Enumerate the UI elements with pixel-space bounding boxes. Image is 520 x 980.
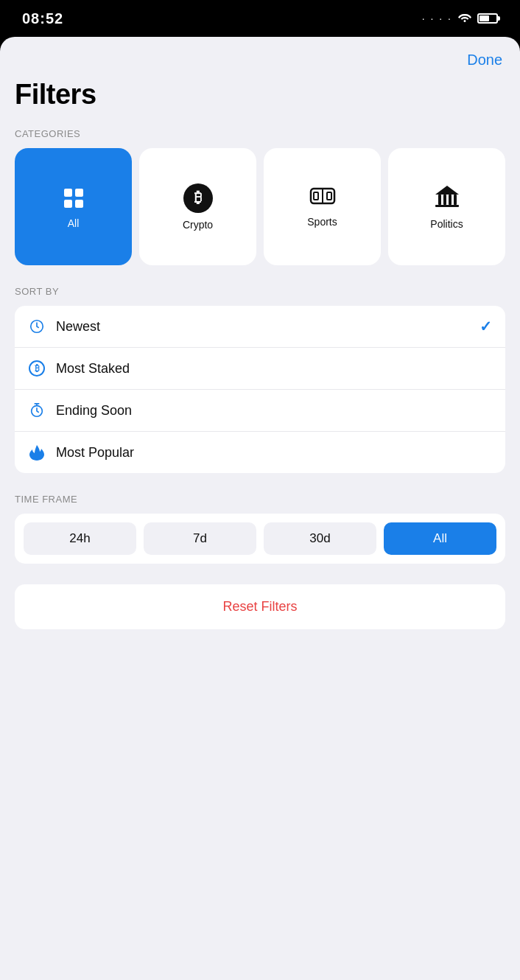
svg-rect-7 — [327, 192, 331, 200]
sort-ending-soon-label: Ending Soon — [56, 403, 492, 419]
done-button[interactable]: Done — [464, 49, 505, 71]
svg-rect-12 — [454, 195, 457, 205]
category-crypto[interactable]: ₿ Crypto — [139, 148, 256, 265]
fire-icon — [28, 444, 46, 461]
svg-rect-6 — [314, 192, 318, 200]
svg-rect-3 — [75, 200, 83, 208]
svg-rect-2 — [64, 200, 72, 208]
timeframe-24h[interactable]: 24h — [24, 522, 136, 555]
all-icon — [60, 185, 87, 211]
sort-most-popular[interactable]: Most Popular — [15, 432, 505, 473]
sports-icon — [309, 186, 336, 210]
timeframe-label: TIME FRAME — [15, 494, 505, 505]
category-politics[interactable]: Politics — [388, 148, 505, 265]
sort-most-staked[interactable]: ₿ Most Staked — [15, 348, 505, 390]
status-time: 08:52 — [22, 10, 63, 27]
sort-ending-soon[interactable]: Ending Soon — [15, 390, 505, 432]
sort-most-popular-label: Most Popular — [56, 445, 492, 461]
svg-rect-0 — [64, 189, 72, 197]
timer-icon — [28, 402, 46, 419]
svg-rect-10 — [443, 195, 446, 205]
timeframe-all[interactable]: All — [384, 522, 496, 555]
bitcoin-circle-icon: ₿ — [28, 360, 46, 377]
sort-newest-check: ✓ — [479, 318, 492, 335]
timeframe-section: TIME FRAME 24h 7d 30d All — [15, 494, 505, 564]
category-sports-label: Sports — [307, 216, 337, 228]
reset-filters-label: Reset Filters — [222, 599, 297, 615]
clock-icon — [28, 318, 46, 335]
sort-most-staked-label: Most Staked — [56, 361, 492, 377]
signal-dots-icon: · · · · — [422, 13, 452, 24]
politics-icon — [434, 184, 460, 212]
svg-rect-9 — [438, 195, 441, 205]
sort-newest-label: Newest — [56, 319, 469, 335]
categories-row: All ₿ Crypto Sports — [15, 148, 505, 265]
category-all[interactable]: All — [15, 148, 132, 265]
category-crypto-label: Crypto — [183, 219, 213, 231]
sort-section: SORT BY Newest ✓ ₿ Most Staked — [15, 286, 505, 473]
filter-sheet: Done Filters CATEGORIES All ₿ Crypto — [0, 37, 520, 980]
sort-newest[interactable]: Newest ✓ — [15, 306, 505, 348]
svg-marker-13 — [435, 186, 459, 195]
page-title: Filters — [15, 79, 505, 111]
timeframe-7d[interactable]: 7d — [144, 522, 256, 555]
category-politics-label: Politics — [430, 218, 463, 230]
header-row: Done — [15, 49, 505, 71]
svg-rect-11 — [449, 195, 452, 205]
status-bar: 08:52 · · · · — [0, 0, 520, 37]
svg-rect-1 — [75, 189, 83, 197]
svg-rect-8 — [435, 205, 459, 207]
reset-filters-button[interactable]: Reset Filters — [15, 584, 505, 629]
wifi-icon — [458, 12, 471, 25]
crypto-icon: ₿ — [183, 183, 213, 213]
categories-label: CATEGORIES — [15, 128, 505, 139]
timeframe-30d[interactable]: 30d — [264, 522, 376, 555]
timeframe-row: 24h 7d 30d All — [15, 514, 505, 564]
status-icons: · · · · — [422, 12, 498, 25]
category-all-label: All — [68, 217, 80, 229]
sort-label: SORT BY — [15, 286, 505, 297]
category-sports[interactable]: Sports — [264, 148, 381, 265]
battery-icon — [477, 13, 498, 24]
sort-list: Newest ✓ ₿ Most Staked — [15, 306, 505, 473]
